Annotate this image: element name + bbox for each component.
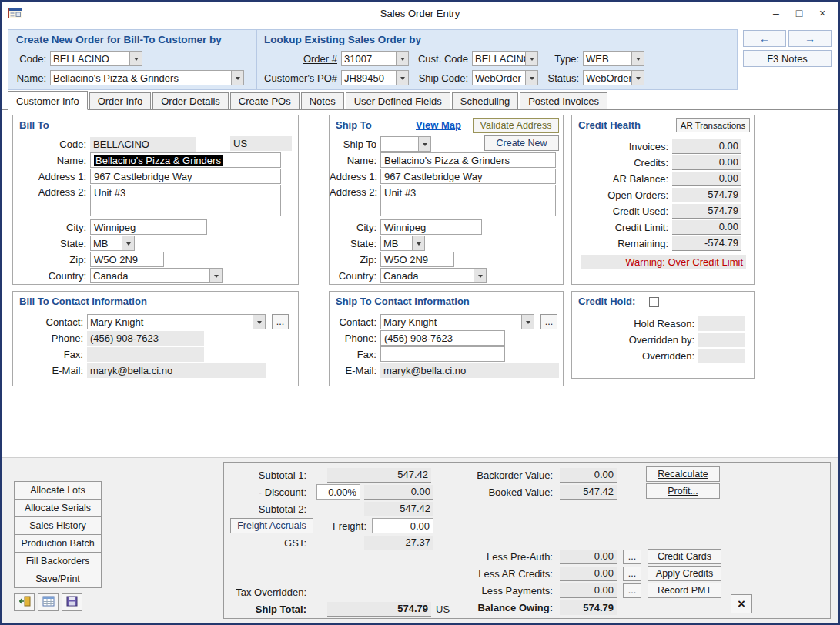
bill-contact-select[interactable]: Mary Knight: [87, 314, 266, 329]
bill-code-select[interactable]: BELLACINO: [50, 51, 142, 66]
profit-button[interactable]: Profit...: [646, 483, 720, 499]
overridden-by-label: Overridden by:: [574, 334, 698, 346]
chevron-down-icon[interactable]: [253, 314, 266, 329]
tab-scheduling[interactable]: Scheduling: [452, 92, 518, 109]
ship-contact-more-button[interactable]: ...: [540, 314, 557, 329]
bill-phone-label: Phone:: [13, 333, 87, 344]
chevron-down-icon[interactable]: [231, 70, 244, 85]
ar-credits-more-button[interactable]: ...: [623, 567, 641, 581]
chevron-down-icon[interactable]: [631, 51, 644, 66]
bill-to-country-select[interactable]: Canada: [90, 268, 223, 283]
previous-record-button[interactable]: ←: [743, 30, 786, 47]
chevron-down-icon[interactable]: [474, 268, 487, 283]
view-map-link[interactable]: View Map: [416, 119, 461, 131]
window-title: Sales Order Entry: [2, 2, 838, 25]
ship-to-address1-field[interactable]: 967 Castlebridge Way: [380, 169, 556, 184]
validate-address-button[interactable]: Validate Address: [473, 118, 559, 133]
sales-history-button[interactable]: Sales History: [14, 516, 102, 535]
ship-to-state-select[interactable]: MB: [380, 236, 425, 251]
ship-to-country-select[interactable]: Canada: [380, 268, 487, 283]
chevron-down-icon[interactable]: [631, 70, 644, 85]
bill-fax-field: [87, 347, 204, 362]
chevron-down-icon[interactable]: [396, 70, 409, 85]
order-number-select[interactable]: 31007: [341, 51, 409, 66]
credit-credits-label: Credits:: [574, 157, 672, 169]
cancel-order-button[interactable]: ×: [731, 594, 752, 613]
freight-field[interactable]: 0.00: [372, 518, 433, 533]
tab-order-details[interactable]: Order Details: [152, 92, 229, 109]
ship-phone-field[interactable]: (456) 908-7623: [380, 330, 505, 346]
bill-name-select[interactable]: Bellacino's Pizza & Grinders: [50, 70, 244, 85]
chevron-down-icon[interactable]: [525, 51, 538, 66]
recalculate-button[interactable]: Recalculate: [646, 466, 720, 482]
bill-code-select-value: BELLACINO: [50, 51, 129, 66]
tab-customer-info[interactable]: Customer Info: [8, 91, 88, 110]
tab-user-defined-fields[interactable]: User Defined Fields: [346, 92, 450, 109]
less-payments-label: Less Payments:: [449, 585, 557, 597]
datasheet-button[interactable]: [38, 593, 59, 611]
exit-button[interactable]: [14, 593, 35, 611]
ship-contact-select[interactable]: Mary Knight: [380, 314, 534, 329]
ship-to-city-field[interactable]: Winnipeg: [380, 219, 482, 235]
tab-posted-invoices[interactable]: Posted Invoices: [520, 92, 607, 109]
record-pmt-button[interactable]: Record PMT: [648, 583, 721, 598]
save-print-button[interactable]: Save/Print: [14, 570, 102, 588]
ship-fax-field[interactable]: [380, 346, 505, 362]
status-select[interactable]: WebOrder: [583, 70, 644, 85]
allocate-serials-button[interactable]: Allocate Serials: [14, 499, 102, 517]
bill-to-state-select[interactable]: MB: [90, 236, 135, 251]
ship-to-address2-field[interactable]: Unit #3: [380, 185, 556, 216]
fill-backorders-button[interactable]: Fill Backorders: [14, 552, 102, 570]
cust-code-select[interactable]: BELLACINO: [472, 51, 538, 66]
credit-cards-button[interactable]: Credit Cards: [648, 549, 721, 564]
freight-accruals-button[interactable]: Freight Accruals: [230, 518, 313, 533]
f3-notes-button[interactable]: F3 Notes: [743, 50, 832, 67]
credit-hold-checkbox[interactable]: [649, 297, 659, 307]
close-button[interactable]: ×: [811, 2, 834, 25]
ship-to-country-value: Canada: [380, 268, 474, 283]
bill-to-country-value: Canada: [90, 268, 209, 283]
tab-notes[interactable]: Notes: [301, 92, 344, 109]
ship-to-zip-field[interactable]: W5O 2N9: [380, 252, 454, 267]
allocate-lots-button[interactable]: Allocate Lots: [14, 481, 102, 500]
chevron-down-icon[interactable]: [129, 51, 142, 66]
ship-to-name-field[interactable]: Bellacino's Pizza & Grinders: [380, 152, 556, 168]
bill-to-address2-field[interactable]: Unit #3: [90, 185, 281, 216]
header-divider: [256, 30, 257, 89]
action-buttons: Allocate Lots Allocate Serials Sales His…: [14, 481, 102, 588]
next-record-button[interactable]: →: [788, 30, 832, 47]
balance-owing-value: 574.79: [560, 600, 617, 615]
chevron-down-icon[interactable]: [209, 268, 223, 283]
bill-to-zip-field[interactable]: W5O 2N9: [90, 252, 164, 267]
maximize-button[interactable]: □: [788, 2, 811, 25]
bill-to-name-field[interactable]: Bellacino's Pizza & Grinders: [90, 152, 281, 168]
tab-order-info[interactable]: Order Info: [89, 92, 152, 109]
ship-code-select[interactable]: WebOrder: [472, 70, 538, 85]
save-record-button[interactable]: [62, 593, 82, 611]
preauth-more-button[interactable]: ...: [623, 550, 641, 564]
bill-to-city-field[interactable]: Winnipeg: [90, 219, 207, 235]
production-batch-button[interactable]: Production Batch: [14, 534, 102, 553]
ship-to-select[interactable]: [380, 136, 431, 152]
chevron-down-icon[interactable]: [122, 236, 135, 251]
customer-po-select[interactable]: JH89450: [341, 70, 409, 85]
discount-percent-field[interactable]: 0.00%: [316, 484, 360, 500]
ship-to-country-label: Country:: [330, 270, 380, 282]
chevron-down-icon[interactable]: [412, 236, 425, 251]
chevron-down-icon[interactable]: [396, 51, 409, 66]
tab-create-pos[interactable]: Create POs: [230, 92, 300, 109]
hold-reason-label: Hold Reason:: [574, 318, 698, 329]
bill-to-address1-field[interactable]: 967 Castlebridge Way: [90, 169, 281, 184]
create-new-button[interactable]: Create New: [484, 135, 559, 151]
chevron-down-icon[interactable]: [525, 70, 538, 85]
payments-more-button[interactable]: ...: [623, 583, 641, 598]
ship-to-state-value: MB: [380, 236, 412, 251]
type-select[interactable]: WEB: [583, 51, 644, 66]
bill-contact-more-button[interactable]: ...: [272, 314, 289, 329]
chevron-down-icon[interactable]: [521, 314, 534, 329]
minimize-button[interactable]: –: [765, 2, 788, 25]
ship-to-select-label: Ship To: [330, 139, 380, 150]
ar-transactions-button[interactable]: AR Transactions: [676, 118, 750, 132]
chevron-down-icon[interactable]: [418, 136, 431, 152]
apply-credits-button[interactable]: Apply Credits: [648, 566, 721, 581]
